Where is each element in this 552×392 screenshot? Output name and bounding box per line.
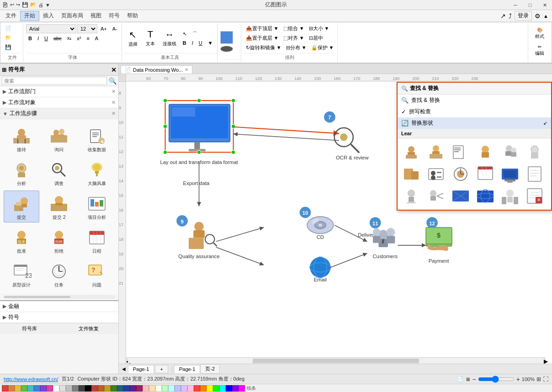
menu-layout[interactable]: 页面布局 (58, 11, 87, 21)
fill-ellipse[interactable] (220, 46, 233, 52)
color-yellow[interactable] (15, 385, 21, 392)
library-tab[interactable]: 符号库 (0, 323, 59, 334)
category-symbol[interactable]: ▶ 符号 (0, 312, 118, 323)
symbol-prototype[interactable]: 23 原型设计 (4, 258, 39, 290)
shape-pointer-btn[interactable]: ↖ (180, 30, 189, 38)
color-lightpink[interactable] (187, 385, 194, 392)
popup-icon-17[interactable] (500, 186, 520, 206)
replace-shape-item[interactable]: 🔄 替换形状 ↙ (398, 117, 551, 129)
color-purple[interactable] (40, 385, 47, 392)
color-brightmagenta[interactable] (239, 385, 245, 392)
fullscreen-btn[interactable]: ⛶ (543, 376, 548, 382)
share-icon[interactable]: ↗ (500, 12, 506, 20)
cat-obj-close[interactable]: ✕ (111, 100, 116, 106)
open-file-btn[interactable]: 📁 (3, 34, 13, 42)
color-darkgreen[interactable] (111, 385, 117, 392)
current-page-tab[interactable]: Page-1 (174, 365, 200, 373)
fit-page-btn[interactable]: ⊞ (536, 376, 541, 382)
login-btn[interactable]: 登录 (515, 11, 532, 21)
symbol-project-analysis[interactable]: 项目分析 (79, 191, 115, 222)
italic-btn[interactable]: I (35, 35, 41, 42)
category-obj[interactable]: ▶ 工作流对象 ✕ (0, 97, 118, 108)
rotate-btn[interactable]: ↻旋转和镜像 ▼ (244, 43, 283, 52)
print-btn[interactable]: 🖨 (38, 2, 43, 8)
spell-check-item[interactable]: ✓ 拼写检查 (398, 106, 551, 117)
email-shape[interactable]: Email (310, 257, 330, 282)
save-file-btn[interactable]: 💾 (3, 43, 13, 51)
redo-btn[interactable]: ↪ (16, 2, 20, 8)
style-panel-btn[interactable]: 🎨 样式 (531, 25, 548, 42)
shape-under-btn[interactable]: U (196, 39, 205, 47)
font-color-btn[interactable]: A (93, 35, 101, 42)
close-btn[interactable]: ✕ (537, 0, 552, 10)
add-page-btn[interactable]: + (155, 365, 168, 373)
menu-file[interactable]: 文件 (2, 11, 20, 21)
color-brightred[interactable] (194, 385, 200, 392)
status-icon-2[interactable]: 🖥 (465, 376, 470, 382)
strikethrough-btn[interactable]: abc (51, 35, 64, 42)
subscript-btn[interactable]: x₂ (65, 34, 74, 42)
scrollbar-horizontal[interactable]: ◀ ▶ (126, 357, 546, 364)
popup-icon-15[interactable] (451, 186, 471, 206)
category-step[interactable]: ▼ 工作流步骤 ✕ (0, 108, 118, 119)
shape-arc-btn[interactable]: ⌒ (190, 30, 200, 38)
shape-more-btn[interactable]: ▼ (206, 39, 215, 47)
symbol-schedule[interactable]: 日程 (79, 224, 115, 256)
cd-shape[interactable]: 10 CD (300, 207, 334, 240)
page-tab-2[interactable]: 页-2 (200, 364, 220, 374)
color-red[interactable] (2, 385, 8, 392)
color-darkyellow[interactable] (104, 385, 111, 392)
color-darkpurple[interactable] (130, 385, 136, 392)
font-size-select[interactable]: 12 (77, 24, 97, 33)
symbol-brainstorm[interactable]: 大脑风暴 (79, 157, 115, 189)
color-black[interactable] (85, 385, 91, 392)
more-btn[interactable]: ▼ (45, 2, 50, 8)
popup-icon-12[interactable] (525, 164, 545, 184)
symbol-survey[interactable]: 调查 (41, 157, 77, 189)
color-verydarkgray[interactable] (79, 385, 85, 392)
find-replace-item[interactable]: 🔍 查找 & 替换 (398, 95, 551, 106)
symbol-problem[interactable]: ? 问题 (79, 258, 115, 290)
color-darkred[interactable] (91, 385, 98, 392)
open-btn[interactable]: 📂 (30, 2, 37, 8)
bring-front-btn[interactable]: 📤置于顶层 ▼ (244, 24, 281, 33)
font-increase-btn[interactable]: A+ (98, 25, 109, 32)
customers-shape[interactable]: 11 Customers (370, 217, 398, 259)
underline-btn[interactable]: U (42, 35, 50, 42)
category-finance[interactable]: ▶ 金融 (0, 300, 118, 312)
color-pink[interactable] (47, 385, 53, 392)
collapse-ribbon-btn[interactable]: ▲ (543, 13, 548, 19)
color-brightgreen[interactable] (213, 385, 219, 392)
popup-icon-2[interactable] (426, 142, 446, 162)
color-brightblue[interactable] (226, 385, 232, 392)
status-icon-1[interactable]: 📄 (457, 376, 463, 382)
fill-rect[interactable] (220, 31, 233, 44)
distribute-btn[interactable]: ⊟分布 ▼ (284, 43, 308, 52)
export-icon[interactable]: ⤴ (509, 12, 512, 20)
page-nav-left[interactable]: ◀ (121, 366, 127, 372)
popup-icon-9[interactable] (451, 164, 471, 184)
payment-shape[interactable]: 12 $ Payment (426, 217, 452, 264)
protect-btn[interactable]: 🔒保护 ▼ (309, 43, 336, 52)
search-icon[interactable]: 🔍 (109, 77, 117, 85)
menu-start[interactable]: 开始 (20, 11, 39, 21)
group-btn[interactable]: ⬚组合 ▼ (281, 24, 306, 33)
popup-icon-16[interactable] (475, 186, 495, 206)
color-lightyellow[interactable] (155, 385, 162, 392)
popup-icon-14[interactable] (426, 186, 446, 206)
color-brightpurple[interactable] (232, 385, 239, 392)
page-tab-1[interactable]: Page-1 (128, 365, 154, 373)
menu-symbol[interactable]: 符号 (105, 11, 123, 21)
file-recovery-tab[interactable]: 文件恢复 (59, 323, 119, 334)
symbol-collect[interactable]: 📋 收集数据 (79, 123, 115, 155)
color-white[interactable] (53, 385, 59, 392)
color-gray[interactable] (66, 385, 72, 392)
qa-shape[interactable]: 9 Quality assurance (176, 215, 220, 259)
color-teal[interactable] (27, 385, 34, 392)
text-tool-btn[interactable]: T 文本 (142, 27, 159, 49)
category-dept[interactable]: ▶ 工作流部门 ✕ (0, 86, 118, 97)
connect-tool-btn[interactable]: ↔ 连接线 (159, 27, 180, 49)
font-decrease-btn[interactable]: A- (110, 25, 120, 32)
menu-insert[interactable]: 插入 (39, 11, 58, 21)
color-darkteal[interactable] (117, 385, 123, 392)
